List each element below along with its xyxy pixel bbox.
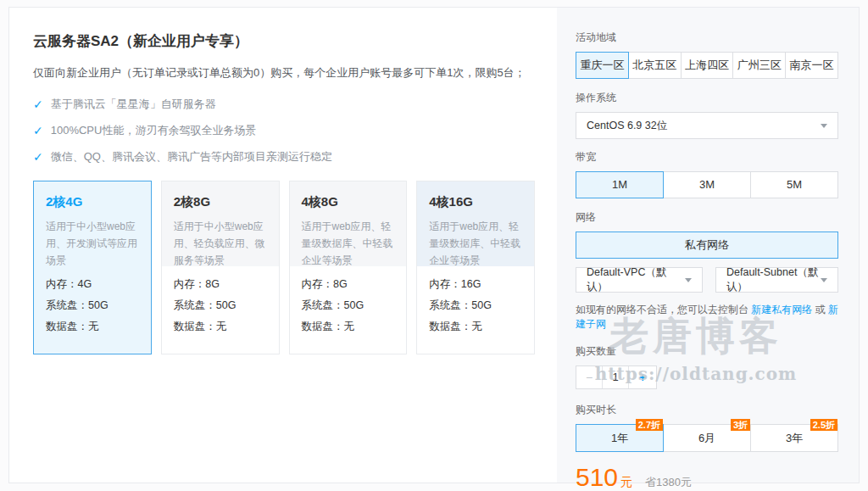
plan-card-2c8g[interactable]: 2核8G 适用于中小型web应用、轻负载应用、微服务等场景 内存：8G 系统盘：…: [161, 181, 280, 354]
region-option-nanjing[interactable]: 南京一区: [785, 52, 838, 79]
subnet-selected-value: Default-Subnet（默认）: [726, 265, 821, 294]
bandwidth-label: 带宽: [576, 150, 838, 165]
quantity-decrease-button[interactable]: −: [576, 366, 602, 388]
plan-head: 4核8G 适用于web应用、轻量级数据库、中轻载企业等场景: [290, 181, 407, 266]
network-label: 网络: [576, 210, 838, 225]
region-option-chongqing[interactable]: 重庆一区: [576, 52, 629, 79]
duration-option-label: 3年: [786, 432, 803, 444]
promo-card: 云服务器SA2（新企业用户专享） 仅面向新企业用户（无订单记录或订单总额为0）购…: [8, 7, 860, 483]
discount-badge: 3折: [731, 419, 750, 431]
bandwidth-option-5m[interactable]: 5M: [750, 171, 838, 198]
spec-memory: 内存：4G: [46, 277, 139, 292]
duration-label: 购买时长: [576, 403, 838, 417]
chevron-down-icon: [821, 278, 827, 282]
duration-selector: 1年 2.7折 6月 3折 3年 2.5折: [576, 424, 838, 452]
feature-item: ✓ 100%CPU性能，游刃有余驾驭全业务场景: [33, 123, 535, 138]
check-icon: ✓: [33, 124, 43, 137]
quantity-stepper: − 1 +: [576, 365, 657, 389]
duration-option-6month[interactable]: 6月 3折: [663, 424, 751, 452]
hint-text: 如现有的网络不合适，您可以去控制台: [576, 304, 751, 315]
create-vpc-link[interactable]: 新建私有网络: [751, 304, 812, 315]
check-icon: ✓: [33, 150, 43, 164]
check-icon: ✓: [33, 98, 43, 111]
feature-text: 微信、QQ、腾讯会议、腾讯广告等内部项目亲测运行稳定: [51, 149, 332, 165]
plan-head: 4核16G 适用于web应用、轻量级数据库、中轻载企业等场景: [417, 181, 534, 266]
os-selected-value: CentOS 6.9 32位: [587, 119, 667, 133]
bandwidth-option-1m[interactable]: 1M: [576, 171, 664, 198]
os-label: 操作系统: [576, 91, 838, 105]
duration-option-3year[interactable]: 3年 2.5折: [750, 424, 838, 452]
feature-item: ✓ 微信、QQ、腾讯会议、腾讯广告等内部项目亲测运行稳定: [33, 149, 535, 165]
spec-memory: 内存：8G: [174, 277, 267, 292]
plan-name: 4核16G: [429, 194, 522, 210]
quantity-value[interactable]: 1: [602, 366, 629, 388]
quantity-increase-button[interactable]: +: [629, 366, 656, 388]
chevron-down-icon: [685, 278, 692, 282]
plan-description: 适用于中小型web应用、轻负载应用、微服务等场景: [174, 218, 267, 269]
spec-memory: 内存：8G: [302, 277, 395, 292]
network-type-private[interactable]: 私有网络: [576, 232, 838, 259]
spec-data-disk: 数据盘：无: [429, 320, 522, 334]
plan-card-list: 2核4G 适用于中小型web应用、开发测试等应用场景 内存：4G 系统盘：50G…: [33, 181, 535, 354]
hint-text: 或: [812, 304, 828, 315]
region-option-beijing[interactable]: 北京五区: [628, 52, 682, 79]
feature-item: ✓ 基于腾讯云「星星海」自研服务器: [33, 97, 535, 112]
discount-badge: 2.7折: [636, 419, 663, 431]
network-hint: 如现有的网络不合适，您可以去控制台 新建私有网络 或 新建子网: [576, 303, 838, 332]
subnet-dropdown[interactable]: Default-Subnet（默认）: [715, 267, 838, 293]
os-dropdown[interactable]: CentOS 6.9 32位: [576, 112, 838, 139]
purchase-config-panel: 活动地域 重庆一区 北京五区 上海四区 广州三区 南京一区 操作系统 CentO…: [557, 8, 859, 483]
price-unit: 元: [620, 475, 632, 490]
duration-option-label: 1年: [611, 432, 628, 444]
region-selector: 重庆一区 北京五区 上海四区 广州三区 南京一区: [576, 52, 838, 79]
spec-data-disk: 数据盘：无: [302, 320, 395, 334]
plan-head: 2核8G 适用于中小型web应用、轻负载应用、微服务等场景: [162, 181, 279, 266]
plan-specs: 内存：4G 系统盘：50G 数据盘：无: [34, 266, 151, 334]
product-info-panel: 云服务器SA2（新企业用户专享） 仅面向新企业用户（无订单记录或订单总额为0）购…: [9, 8, 557, 483]
spec-system-disk: 系统盘：50G: [302, 299, 395, 313]
plan-name: 4核8G: [302, 194, 395, 210]
chevron-down-icon: [821, 124, 827, 128]
price-amount: 510: [576, 463, 618, 491]
plan-specs: 内存：16G 系统盘：50G 数据盘：无: [417, 266, 534, 334]
spec-system-disk: 系统盘：50G: [174, 299, 267, 313]
feature-text: 基于腾讯云「星星海」自研服务器: [51, 97, 216, 112]
plan-specs: 内存：8G 系统盘：50G 数据盘：无: [290, 266, 407, 334]
plan-description: 适用于web应用、轻量级数据库、中轻载企业等场景: [302, 218, 395, 269]
region-label: 活动地域: [576, 31, 838, 45]
bandwidth-option-3m[interactable]: 3M: [663, 171, 751, 198]
spec-data-disk: 数据盘：无: [174, 320, 267, 334]
duration-option-label: 6月: [698, 432, 715, 444]
plan-head: 2核4G 适用于中小型web应用、开发测试等应用场景: [34, 181, 151, 266]
vpc-config-row: Default-VPC（默认） Default-Subnet（默认）: [576, 267, 838, 293]
quantity-label: 购买数量: [576, 344, 838, 359]
plan-specs: 内存：8G 系统盘：50G 数据盘：无: [162, 266, 279, 334]
region-option-shanghai[interactable]: 上海四区: [681, 52, 734, 79]
spec-system-disk: 系统盘：50G: [46, 299, 139, 313]
bandwidth-selector: 1M 3M 5M: [576, 171, 838, 198]
feature-text: 100%CPU性能，游刃有余驾驭全业务场景: [51, 123, 257, 138]
plan-card-4c16g[interactable]: 4核16G 适用于web应用、轻量级数据库、中轻载企业等场景 内存：16G 系统…: [416, 181, 535, 354]
vpc-dropdown[interactable]: Default-VPC（默认）: [576, 267, 703, 293]
price-summary: 510 元 省1380元: [576, 463, 838, 491]
spec-memory: 内存：16G: [429, 277, 522, 292]
plan-name: 2核8G: [174, 194, 267, 210]
page-title: 云服务器SA2（新企业用户专享）: [33, 31, 535, 51]
spec-data-disk: 数据盘：无: [46, 320, 139, 334]
eligibility-text: 仅面向新企业用户（无订单记录或订单总额为0）购买，每个企业用户账号最多可下单1次…: [33, 65, 535, 81]
plan-description: 适用于web应用、轻量级数据库、中轻载企业等场景: [429, 218, 522, 269]
region-option-guangzhou[interactable]: 广州三区: [732, 52, 786, 79]
discount-badge: 2.5折: [810, 419, 837, 431]
plan-card-2c4g[interactable]: 2核4G 适用于中小型web应用、开发测试等应用场景 内存：4G 系统盘：50G…: [33, 181, 152, 354]
plan-card-4c8g[interactable]: 4核8G 适用于web应用、轻量级数据库、中轻载企业等场景 内存：8G 系统盘：…: [289, 181, 408, 354]
vpc-selected-value: Default-VPC（默认）: [587, 265, 685, 294]
plan-name: 2核4G: [46, 194, 139, 210]
spec-system-disk: 系统盘：50G: [429, 299, 522, 313]
price-savings: 省1380元: [645, 475, 692, 490]
duration-option-1year[interactable]: 1年 2.7折: [576, 424, 664, 452]
plan-description: 适用于中小型web应用、开发测试等应用场景: [46, 218, 139, 269]
